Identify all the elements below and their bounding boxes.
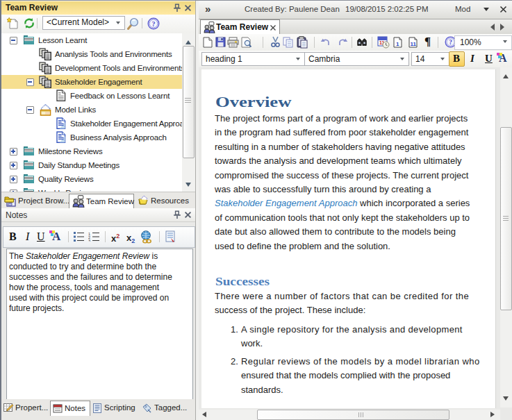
- svg-text:1: 1: [396, 41, 399, 47]
- svg-text:11: 11: [411, 41, 417, 47]
- svg-text:?: ?: [152, 20, 156, 28]
- svg-text:?: ?: [449, 39, 452, 46]
- svg-text:3: 3: [88, 239, 90, 242]
